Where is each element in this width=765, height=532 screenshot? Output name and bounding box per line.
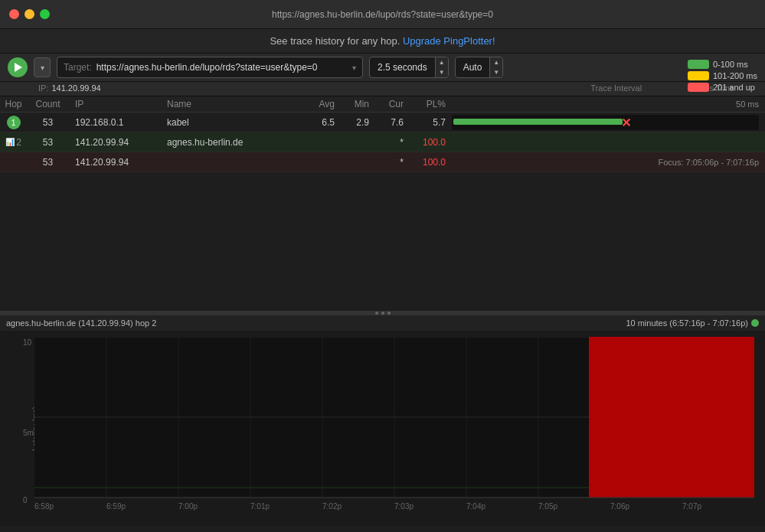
svg-text:6:59p: 6:59p bbox=[106, 502, 126, 511]
titlebar: https://agnes.hu-berlin.de/lupo/rds?stat… bbox=[0, 0, 765, 29]
header-min: Min bbox=[341, 99, 375, 109]
table-header: Hop Count IP Name Avg Min Cur PL% 50 ms bbox=[0, 96, 765, 113]
row3-pl: 100.0 bbox=[410, 157, 452, 168]
header-name: Name bbox=[161, 99, 299, 109]
row1-cur: 7.6 bbox=[375, 117, 410, 128]
y-axis-0: 0 bbox=[23, 496, 28, 504]
legend-color-1 bbox=[688, 71, 709, 80]
table-row: 53 141.20.99.94 * 100.0 Focus: 7:05:06p … bbox=[0, 152, 765, 172]
svg-text:7:04p: 7:04p bbox=[466, 502, 485, 511]
row1-avg: 6.5 bbox=[299, 117, 341, 128]
legend-label-2: 201 and up bbox=[713, 83, 755, 92]
row2-count: 53 bbox=[27, 137, 69, 148]
chart-svg: 6:58p 6:59p 7:00p 7:01p 7:02p 7:03p 7:04… bbox=[34, 337, 754, 517]
svg-text:7:05p: 7:05p bbox=[538, 502, 557, 511]
close-button[interactable] bbox=[9, 9, 19, 19]
play-button[interactable] bbox=[8, 57, 28, 77]
toolbar-sub: IP: 141.20.99.94 Trace Interval Focus Ti… bbox=[0, 82, 765, 96]
table-row: 1 53 192.168.0.1 kabel 6.5 2.9 7.6 5.7 ✕ bbox=[0, 113, 765, 132]
upgrade-bar: See trace history for any hop. Upgrade P… bbox=[0, 29, 765, 54]
target-dropdown-icon[interactable]: ▾ bbox=[352, 64, 356, 72]
row1-count: 53 bbox=[27, 117, 69, 128]
trace-interval-label: Trace Interval bbox=[590, 83, 642, 93]
header-hop: Hop bbox=[0, 99, 27, 109]
toolbar: ▾ Target: https://agnes.hu-berlin.de/lup… bbox=[0, 54, 765, 82]
hop-1-circle: 1 bbox=[7, 116, 21, 129]
legend-item-0: 0-100 ms bbox=[688, 60, 757, 69]
legend-label-0: 0-100 ms bbox=[713, 60, 748, 69]
header-ip: IP bbox=[69, 99, 161, 109]
legend-color-2 bbox=[688, 83, 709, 92]
interval-value: 2.5 seconds bbox=[370, 62, 435, 73]
main-table-area: Hop Count IP Name Avg Min Cur PL% 50 ms … bbox=[0, 96, 765, 311]
chart-header: agnes.hu-berlin.de (141.20.99.94) hop 2 … bbox=[0, 315, 765, 331]
focus-stepper: ▲ ▼ bbox=[489, 57, 502, 77]
header-graph: 50 ms bbox=[452, 100, 765, 109]
legend-label-1: 101-200 ms bbox=[713, 71, 757, 80]
header-cur: Cur bbox=[375, 99, 410, 109]
chart-time-range: 10 minutes (6:57:16p - 7:07:16p) bbox=[626, 318, 759, 328]
upgrade-text: See trace history for any hop. bbox=[270, 35, 400, 47]
interval-box: 2.5 seconds ▲ ▼ bbox=[369, 57, 449, 78]
row3-count: 53 bbox=[27, 157, 69, 168]
row3-focus-text: Focus: 7:05:06p - 7:07:16p bbox=[452, 158, 765, 167]
row2-pl: 100.0 bbox=[410, 137, 452, 148]
chart-live-dot bbox=[751, 319, 759, 327]
interval-up-button[interactable]: ▲ bbox=[436, 57, 448, 67]
focus-down-button[interactable]: ▼ bbox=[490, 67, 502, 77]
row1-min: 2.9 bbox=[341, 117, 375, 128]
chart-container: agnes.hu-berlin.de (141.20.99.94) hop 2 … bbox=[0, 315, 765, 526]
header-pl: PL% bbox=[410, 99, 452, 109]
chart-body: Latency (ms) Packet Loss % 10 5ms 0 30 bbox=[0, 331, 765, 526]
interval-down-button[interactable]: ▼ bbox=[436, 67, 448, 77]
svg-text:7:03p: 7:03p bbox=[394, 502, 414, 511]
header-count: Count bbox=[27, 99, 69, 109]
header-avg: Avg bbox=[299, 99, 341, 109]
upgrade-link[interactable]: Upgrade PingPlotter! bbox=[403, 35, 495, 47]
y-axis-max: 10 bbox=[23, 338, 31, 347]
resizer-dot bbox=[375, 312, 378, 315]
ip-label: IP: bbox=[38, 83, 48, 93]
window-title: https://agnes.hu-berlin.de/lupo/rds?stat… bbox=[272, 9, 493, 20]
play-dropdown-button[interactable]: ▾ bbox=[34, 57, 51, 77]
target-input-box[interactable]: Target: https://agnes.hu-berlin.de/lupo/… bbox=[57, 57, 363, 78]
row2-ip: 141.20.99.94 bbox=[69, 137, 161, 148]
svg-text:7:07p: 7:07p bbox=[682, 502, 701, 511]
row2-name: agnes.hu-berlin.de bbox=[161, 137, 299, 148]
svg-text:7:02p: 7:02p bbox=[322, 502, 342, 511]
svg-text:6:58p: 6:58p bbox=[34, 502, 54, 511]
row2-cur: * bbox=[375, 137, 410, 148]
table-row: 📊 2 53 141.20.99.94 agnes.hu-berlin.de *… bbox=[0, 132, 765, 152]
focus-box: Auto ▲ ▼ bbox=[455, 57, 504, 78]
interval-stepper: ▲ ▼ bbox=[435, 57, 448, 77]
row1-hop: 1 bbox=[0, 116, 27, 129]
focus-value: Auto bbox=[456, 62, 490, 73]
resizer-dot bbox=[381, 312, 384, 315]
svg-text:7:00p: 7:00p bbox=[178, 502, 198, 511]
row1-graph: ✕ bbox=[452, 115, 765, 130]
row1-ip: 192.168.0.1 bbox=[69, 117, 161, 128]
row1-pl: 5.7 bbox=[410, 117, 452, 128]
legend-item-1: 101-200 ms bbox=[688, 71, 757, 80]
row3-cur: * bbox=[375, 157, 410, 168]
chart-title: agnes.hu-berlin.de (141.20.99.94) hop 2 bbox=[6, 318, 156, 328]
legend-item-2: 201 and up bbox=[688, 83, 757, 92]
row2-hop: 📊 2 bbox=[0, 137, 27, 148]
row3-ip: 141.20.99.94 bbox=[69, 157, 161, 168]
resizer-dot bbox=[387, 312, 391, 315]
target-value: https://agnes.hu-berlin.de/lupo/rds?stat… bbox=[96, 62, 352, 73]
maximize-button[interactable] bbox=[40, 9, 50, 19]
legend: 0-100 ms 101-200 ms 201 and up bbox=[688, 60, 757, 92]
svg-text:7:01p: 7:01p bbox=[250, 502, 270, 511]
svg-text:7:06p: 7:06p bbox=[610, 502, 629, 511]
row1-name: kabel bbox=[161, 117, 299, 128]
focus-up-button[interactable]: ▲ bbox=[490, 57, 502, 67]
legend-color-0 bbox=[688, 60, 709, 69]
play-icon bbox=[15, 63, 22, 72]
chart-time-range-text: 10 minutes (6:57:16p - 7:07:16p) bbox=[626, 318, 748, 328]
minimize-button[interactable] bbox=[25, 9, 34, 19]
traffic-lights bbox=[9, 9, 50, 19]
svg-rect-13 bbox=[589, 337, 754, 498]
target-label: Target: bbox=[64, 62, 92, 73]
ip-value: 141.20.99.94 bbox=[51, 83, 100, 93]
